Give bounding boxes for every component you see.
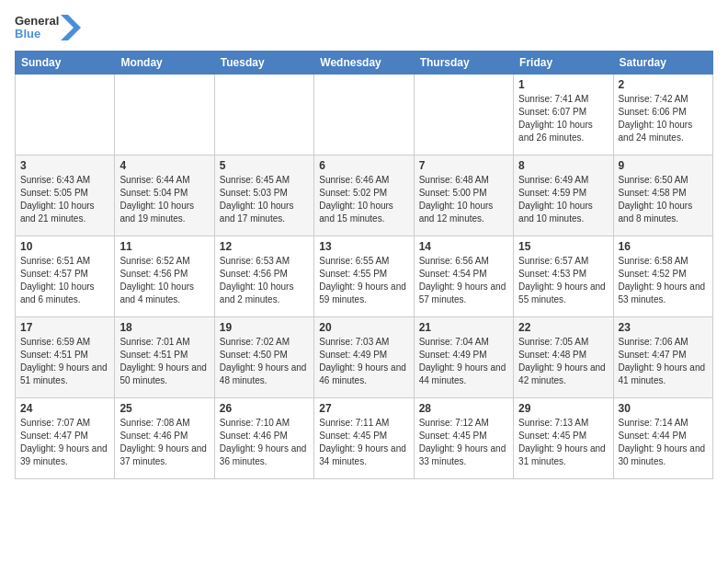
day-number: 16 [619, 240, 708, 253]
day-info: Sunrise: 6:51 AM Sunset: 4:57 PM Dayligh… [20, 255, 109, 306]
day-number: 17 [20, 321, 109, 334]
day-number: 3 [20, 159, 109, 172]
day-cell: 11Sunrise: 6:52 AM Sunset: 4:56 PM Dayli… [115, 236, 214, 316]
day-cell: 21Sunrise: 7:04 AM Sunset: 4:49 PM Dayli… [414, 316, 513, 397]
day-info: Sunrise: 6:46 AM Sunset: 5:02 PM Dayligh… [319, 174, 408, 225]
day-cell: 24Sunrise: 7:07 AM Sunset: 4:47 PM Dayli… [16, 397, 115, 478]
day-cell: 13Sunrise: 6:55 AM Sunset: 4:55 PM Dayli… [314, 236, 414, 316]
day-number: 18 [119, 321, 209, 334]
day-number: 2 [619, 78, 708, 91]
day-cell: 25Sunrise: 7:08 AM Sunset: 4:46 PM Dayli… [115, 397, 214, 478]
day-cell: 7Sunrise: 6:48 AM Sunset: 5:00 PM Daylig… [414, 155, 513, 236]
day-number: 20 [319, 321, 408, 334]
day-info: Sunrise: 7:05 AM Sunset: 4:48 PM Dayligh… [518, 336, 608, 387]
day-cell: 8Sunrise: 6:49 AM Sunset: 4:59 PM Daylig… [514, 155, 613, 236]
day-info: Sunrise: 7:01 AM Sunset: 4:51 PM Dayligh… [119, 336, 209, 387]
day-number: 27 [319, 402, 408, 415]
day-number: 7 [419, 159, 508, 172]
day-cell: 28Sunrise: 7:12 AM Sunset: 4:45 PM Dayli… [414, 397, 513, 478]
day-info: Sunrise: 7:08 AM Sunset: 4:46 PM Dayligh… [119, 417, 209, 468]
day-info: Sunrise: 6:56 AM Sunset: 4:54 PM Dayligh… [419, 255, 508, 306]
day-info: Sunrise: 7:42 AM Sunset: 6:06 PM Dayligh… [619, 93, 708, 144]
weekday-row: SundayMondayTuesdayWednesdayThursdayFrid… [16, 51, 713, 74]
day-info: Sunrise: 7:02 AM Sunset: 4:50 PM Dayligh… [220, 336, 309, 387]
day-number: 9 [619, 159, 708, 172]
day-cell: 29Sunrise: 7:13 AM Sunset: 4:45 PM Dayli… [514, 397, 613, 478]
day-number: 22 [518, 321, 608, 334]
day-number: 8 [518, 159, 608, 172]
logo-chevron-icon [61, 15, 81, 40]
day-info: Sunrise: 7:11 AM Sunset: 4:45 PM Dayligh… [319, 417, 408, 468]
day-cell: 16Sunrise: 6:58 AM Sunset: 4:52 PM Dayli… [613, 236, 712, 316]
day-number: 25 [119, 402, 209, 415]
day-info: Sunrise: 6:45 AM Sunset: 5:03 PM Dayligh… [220, 174, 309, 225]
day-number: 15 [518, 240, 608, 253]
day-number: 19 [220, 321, 309, 334]
weekday-header-saturday: Saturday [613, 51, 712, 74]
day-number: 4 [119, 159, 209, 172]
day-cell: 12Sunrise: 6:53 AM Sunset: 4:56 PM Dayli… [214, 236, 313, 316]
logo-blue-text: Blue [15, 28, 59, 40]
page-header: General Blue [15, 15, 713, 41]
day-cell: 9Sunrise: 6:50 AM Sunset: 4:58 PM Daylig… [613, 155, 712, 236]
day-cell [414, 74, 513, 155]
day-cell: 3Sunrise: 6:43 AM Sunset: 5:05 PM Daylig… [16, 155, 115, 236]
day-info: Sunrise: 7:13 AM Sunset: 4:45 PM Dayligh… [518, 417, 608, 468]
day-info: Sunrise: 7:14 AM Sunset: 4:44 PM Dayligh… [619, 417, 708, 468]
day-info: Sunrise: 7:07 AM Sunset: 4:47 PM Dayligh… [20, 417, 109, 468]
day-cell: 23Sunrise: 7:06 AM Sunset: 4:47 PM Dayli… [613, 316, 712, 397]
day-cell: 15Sunrise: 6:57 AM Sunset: 4:53 PM Dayli… [514, 236, 613, 316]
day-cell: 5Sunrise: 6:45 AM Sunset: 5:03 PM Daylig… [214, 155, 313, 236]
day-info: Sunrise: 7:03 AM Sunset: 4:49 PM Dayligh… [319, 336, 408, 387]
day-info: Sunrise: 6:57 AM Sunset: 4:53 PM Dayligh… [518, 255, 608, 306]
day-number: 10 [20, 240, 109, 253]
day-info: Sunrise: 7:12 AM Sunset: 4:45 PM Dayligh… [419, 417, 508, 468]
day-number: 13 [319, 240, 408, 253]
week-row-3: 10Sunrise: 6:51 AM Sunset: 4:57 PM Dayli… [16, 236, 713, 316]
day-cell [16, 74, 115, 155]
week-row-4: 17Sunrise: 6:59 AM Sunset: 4:51 PM Dayli… [16, 316, 713, 397]
day-cell: 10Sunrise: 6:51 AM Sunset: 4:57 PM Dayli… [16, 236, 115, 316]
day-info: Sunrise: 6:55 AM Sunset: 4:55 PM Dayligh… [319, 255, 408, 306]
day-cell: 30Sunrise: 7:14 AM Sunset: 4:44 PM Dayli… [613, 397, 712, 478]
weekday-header-tuesday: Tuesday [214, 51, 313, 74]
week-row-2: 3Sunrise: 6:43 AM Sunset: 5:05 PM Daylig… [16, 155, 713, 236]
day-info: Sunrise: 6:58 AM Sunset: 4:52 PM Dayligh… [619, 255, 708, 306]
day-cell: 14Sunrise: 6:56 AM Sunset: 4:54 PM Dayli… [414, 236, 513, 316]
day-number: 14 [419, 240, 508, 253]
weekday-header-friday: Friday [514, 51, 613, 74]
day-number: 29 [518, 402, 608, 415]
day-info: Sunrise: 7:04 AM Sunset: 4:49 PM Dayligh… [419, 336, 508, 387]
day-info: Sunrise: 6:48 AM Sunset: 5:00 PM Dayligh… [419, 174, 508, 225]
day-number: 5 [220, 159, 309, 172]
day-number: 24 [20, 402, 109, 415]
day-number: 23 [619, 321, 708, 334]
day-number: 1 [518, 78, 608, 91]
day-info: Sunrise: 6:59 AM Sunset: 4:51 PM Dayligh… [20, 336, 109, 387]
day-cell: 27Sunrise: 7:11 AM Sunset: 4:45 PM Dayli… [314, 397, 414, 478]
day-cell [314, 74, 414, 155]
calendar-header: SundayMondayTuesdayWednesdayThursdayFrid… [16, 51, 713, 74]
day-cell: 6Sunrise: 6:46 AM Sunset: 5:02 PM Daylig… [314, 155, 414, 236]
logo: General Blue [15, 15, 81, 41]
day-cell: 19Sunrise: 7:02 AM Sunset: 4:50 PM Dayli… [214, 316, 313, 397]
day-cell: 2Sunrise: 7:42 AM Sunset: 6:06 PM Daylig… [613, 74, 712, 155]
day-info: Sunrise: 6:53 AM Sunset: 4:56 PM Dayligh… [220, 255, 309, 306]
day-cell [214, 74, 313, 155]
day-number: 30 [619, 402, 708, 415]
day-cell: 18Sunrise: 7:01 AM Sunset: 4:51 PM Dayli… [115, 316, 214, 397]
day-number: 11 [119, 240, 209, 253]
day-info: Sunrise: 6:43 AM Sunset: 5:05 PM Dayligh… [20, 174, 109, 225]
day-number: 28 [419, 402, 508, 415]
weekday-header-thursday: Thursday [414, 51, 513, 74]
day-cell: 20Sunrise: 7:03 AM Sunset: 4:49 PM Dayli… [314, 316, 414, 397]
svg-marker-0 [61, 15, 81, 40]
day-number: 21 [419, 321, 508, 334]
calendar: SundayMondayTuesdayWednesdayThursdayFrid… [15, 51, 713, 479]
week-row-5: 24Sunrise: 7:07 AM Sunset: 4:47 PM Dayli… [16, 397, 713, 478]
logo-general-text: General [15, 15, 59, 28]
day-cell: 1Sunrise: 7:41 AM Sunset: 6:07 PM Daylig… [514, 74, 613, 155]
weekday-header-sunday: Sunday [16, 51, 115, 74]
day-cell: 22Sunrise: 7:05 AM Sunset: 4:48 PM Dayli… [514, 316, 613, 397]
weekday-header-wednesday: Wednesday [314, 51, 414, 74]
